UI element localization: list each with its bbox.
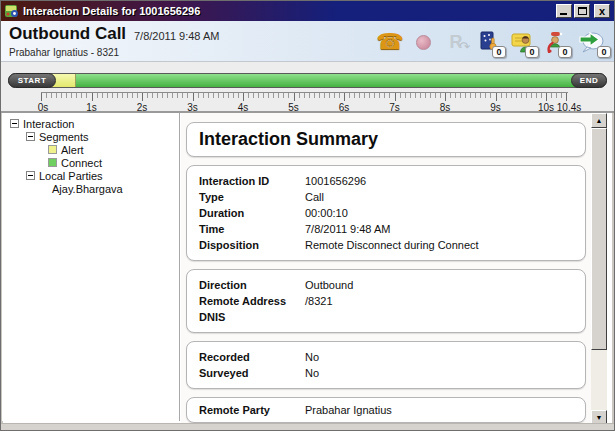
- arrow-up-icon: ▲: [596, 117, 603, 124]
- collapse-icon[interactable]: [26, 171, 35, 180]
- field-row: Time 7/8/2011 9:48 AM: [199, 221, 573, 237]
- field-row: Remote Address /8321: [199, 293, 573, 309]
- scrollbar-thumb[interactable]: [591, 128, 607, 350]
- window-title: Interaction Details for 1001656296: [23, 5, 554, 17]
- field-label: Duration: [199, 205, 305, 221]
- notes-count-badge: 0: [525, 46, 539, 58]
- interaction-details-window: Interaction Details for 1001656296 x Out…: [0, 0, 615, 431]
- summary-section-direction: Direction Outbound Remote Address /8321 …: [186, 269, 586, 333]
- attributes-button[interactable]: 0: [477, 28, 501, 56]
- field-row: Disposition Remote Disconnect during Con…: [199, 237, 573, 253]
- coach-button[interactable]: 0: [543, 28, 567, 56]
- timeline-end-handle[interactable]: END: [571, 73, 607, 88]
- collapse-icon[interactable]: [10, 119, 19, 128]
- field-label: DNIS: [199, 309, 305, 325]
- vertical-scrollbar[interactable]: ▲ ▼: [591, 113, 607, 425]
- arrow-down-icon: ▼: [596, 414, 603, 421]
- tree-item-label: Local Parties: [39, 170, 103, 182]
- call-type-title: Outbound Call: [9, 24, 126, 44]
- field-row: Remote Party Prabahar Ignatius: [199, 402, 573, 418]
- tree-item-label: Segments: [39, 131, 89, 143]
- collapse-icon[interactable]: [26, 132, 35, 141]
- call-timestamp: 7/8/2011 9:48 AM: [134, 30, 219, 42]
- tree-item-connect[interactable]: Connect: [2, 156, 179, 169]
- field-row: Recorded No: [199, 349, 573, 365]
- field-value: /8321: [305, 293, 573, 309]
- tree-item-label: Alert: [61, 144, 84, 156]
- summary-section-general: Interaction ID 1001656296 Type Call Dura…: [186, 165, 586, 261]
- record-icon: [416, 35, 431, 50]
- responses-button[interactable]: 0: [576, 28, 606, 56]
- field-row: Surveyed No: [199, 365, 573, 381]
- app-icon: [5, 4, 19, 18]
- tree-item-alert[interactable]: Alert: [2, 143, 179, 156]
- interaction-summary-panel: Interaction Summary Interaction ID 10016…: [181, 113, 591, 423]
- review-arrow-icon: ↷: [459, 39, 470, 54]
- field-label: Time: [199, 221, 305, 237]
- close-button[interactable]: x: [594, 4, 610, 18]
- record-button[interactable]: [411, 28, 435, 56]
- review-button[interactable]: R ↷: [444, 28, 468, 56]
- tree-item-interaction[interactable]: Interaction: [2, 117, 179, 130]
- alert-segment-swatch-icon: [48, 145, 57, 154]
- field-label: Recorded: [199, 349, 305, 365]
- tree-item-label: Connect: [61, 157, 102, 169]
- minimize-button[interactable]: [556, 4, 572, 18]
- summary-section-remote-party: Remote Party Prabahar Ignatius: [186, 397, 586, 423]
- summary-title: Interaction Summary: [199, 129, 378, 149]
- phone-icon: ☎: [376, 31, 403, 53]
- notes-button[interactable]: 0: [510, 28, 534, 56]
- tree-item-party[interactable]: Ajay.Bhargava: [2, 182, 179, 195]
- title-bar: Interaction Details for 1001656296 x: [1, 1, 614, 21]
- field-value: Call: [305, 189, 573, 205]
- field-value: No: [305, 365, 573, 381]
- field-row: Interaction ID 1001656296: [199, 173, 573, 189]
- coach-count-badge: 0: [558, 46, 572, 58]
- field-value: 00:00:10: [305, 205, 573, 221]
- timeline-ruler: 0s 1s 2s 3s 4s 5s 6s 7s 8s 9s 10s 10.4s: [41, 92, 568, 98]
- field-value: 1001656296: [305, 173, 573, 189]
- field-value: Outbound: [305, 277, 573, 293]
- close-icon: x: [595, 5, 609, 17]
- field-label: Remote Party: [199, 402, 305, 418]
- summary-title-box: Interaction Summary: [186, 122, 586, 157]
- tree-item-local-parties[interactable]: Local Parties: [2, 169, 179, 182]
- call-toolbar: ☎ R ↷ 0: [378, 25, 606, 59]
- timeline-strip: START END 0s 1s 2s 3s 4s 5s 6s 7s 8s 9s: [1, 62, 614, 112]
- field-label: Disposition: [199, 237, 305, 253]
- field-value: Prabahar Ignatius: [305, 402, 573, 418]
- caller-line: Prabahar Ignatius - 8321: [9, 47, 119, 58]
- field-row: Type Call: [199, 189, 573, 205]
- responses-count-badge: 0: [597, 46, 611, 58]
- timeline-bar[interactable]: START END: [8, 73, 607, 88]
- field-label: Surveyed: [199, 365, 305, 381]
- tree-item-label: Interaction: [23, 118, 74, 130]
- field-label: Remote Address: [199, 293, 305, 309]
- attributes-count-badge: 0: [492, 46, 506, 58]
- field-label: Type: [199, 189, 305, 205]
- summary-section-recorded: Recorded No Surveyed No: [186, 341, 586, 389]
- field-value: Remote Disconnect during Connect: [305, 237, 573, 253]
- field-value: [305, 309, 573, 325]
- call-header: Outbound Call 7/8/2011 9:48 AM Prabahar …: [1, 21, 614, 62]
- call-button[interactable]: ☎: [378, 28, 402, 56]
- maximize-icon: [578, 7, 587, 15]
- tree-item-label: Ajay.Bhargava: [52, 183, 123, 195]
- scroll-up-button[interactable]: ▲: [591, 113, 607, 128]
- field-row: Direction Outbound: [199, 277, 573, 293]
- field-value: 7/8/2011 9:48 AM: [305, 221, 573, 237]
- field-label: Direction: [199, 277, 305, 293]
- interaction-tree: Interaction Segments Alert Connect Local…: [2, 113, 180, 421]
- timeline-start-handle[interactable]: START: [8, 73, 56, 88]
- field-label: Interaction ID: [199, 173, 305, 189]
- field-value: No: [305, 349, 573, 365]
- minimize-icon: [560, 13, 567, 15]
- field-row: Duration 00:00:10: [199, 205, 573, 221]
- connect-segment-swatch-icon: [48, 158, 57, 167]
- maximize-button[interactable]: [574, 4, 590, 18]
- window-bottom-frame: [1, 423, 614, 430]
- field-row: DNIS: [199, 309, 573, 325]
- tree-item-segments[interactable]: Segments: [2, 130, 179, 143]
